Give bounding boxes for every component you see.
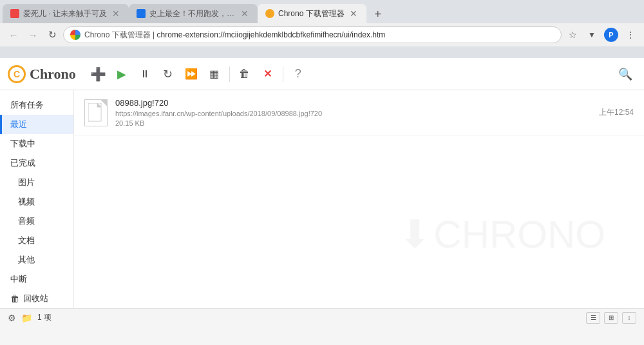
pause-button[interactable]: ⏸ xyxy=(134,63,156,85)
toolbar-separator-2 xyxy=(283,66,283,82)
sidebar-item-docs[interactable]: 文档 xyxy=(0,231,73,250)
extension-2-icon[interactable]: P xyxy=(603,26,620,43)
status-bar-right: ☰ ⊞ ↕ xyxy=(586,312,636,324)
profile-avatar: P xyxy=(604,28,618,42)
file-time: 上午12:54 xyxy=(599,107,634,118)
tab-3-title: Chrono 下载管理器 xyxy=(278,8,345,19)
app-logo: C Chrono xyxy=(8,65,76,83)
chrono-logo-icon: C xyxy=(8,65,26,83)
file-size: 20.15 KB xyxy=(115,119,586,127)
address-text: Chrono 下载管理器 | chrome-extension://mciiog… xyxy=(84,30,385,41)
search-icon[interactable]: 🔍 xyxy=(614,63,636,85)
browser-chrome: 爱死儿 · 让未来触手可及 ✕ 史上最全！不用跑发，这里总结... ✕ Chro… xyxy=(0,0,644,58)
back-button[interactable]: ← xyxy=(5,26,22,43)
tab-1-title: 爱死儿 · 让未来触手可及 xyxy=(23,8,107,19)
sidebar-item-images[interactable]: 图片 xyxy=(0,173,73,192)
main-area: 所有任务 最近 下载中 已完成 图片 视频 音频 文档 其他 中断 🗑 回收站 xyxy=(0,90,644,308)
detail-view-button[interactable]: ↕ xyxy=(622,312,636,324)
resume-button[interactable]: ▶ xyxy=(111,63,133,85)
delete-all-button[interactable]: ✕ xyxy=(257,63,279,85)
sidebar-item-trash-label: 回收站 xyxy=(23,293,48,304)
nav-right-icons: ☆ ▼ P ⋮ xyxy=(564,26,639,43)
tab-1-close[interactable]: ✕ xyxy=(111,8,121,19)
add-download-button[interactable]: ➕ xyxy=(88,63,109,85)
sidebar-item-all[interactable]: 所有任务 xyxy=(0,95,73,115)
tab-bar: 爱死儿 · 让未来触手可及 ✕ 史上最全！不用跑发，这里总结... ✕ Chro… xyxy=(0,0,644,23)
sidebar: 所有任务 最近 下载中 已完成 图片 视频 音频 文档 其他 中断 🗑 回收站 xyxy=(0,90,74,308)
sidebar-item-downloading[interactable]: 下载中 xyxy=(0,134,73,153)
tab-3-close[interactable]: ✕ xyxy=(348,8,359,19)
file-url: https://images.ifanr.cn/wp-content/uploa… xyxy=(115,110,566,117)
tab-3[interactable]: Chrono 下载管理器 ✕ xyxy=(258,4,366,23)
sidebar-item-trash[interactable]: 🗑 回收站 xyxy=(0,289,73,308)
delete-button[interactable]: 🗑 xyxy=(234,63,256,85)
items-count: 1 项 xyxy=(37,312,52,323)
toolbar-separator-1 xyxy=(229,66,230,82)
address-url: chrome-extension://mciiogijehkdemklbdcbf… xyxy=(156,30,385,39)
new-tab-button[interactable]: + xyxy=(369,5,387,23)
page-favicon xyxy=(70,30,80,40)
tab-2[interactable]: 史上最全！不用跑发，这里总结... ✕ xyxy=(129,4,258,23)
list-view-button[interactable]: ☰ xyxy=(586,312,600,324)
sidebar-item-paused[interactable]: 中断 xyxy=(0,270,73,289)
file-name: 08988.jpg!720 xyxy=(115,98,586,108)
status-bar: ⚙ 📁 1 项 ☰ ⊞ ↕ xyxy=(0,308,644,326)
file-icon xyxy=(84,99,108,126)
file-svg xyxy=(88,103,104,123)
table-row[interactable]: 08988.jpg!720 https://images.ifanr.cn/wp… xyxy=(74,90,644,135)
forward-button[interactable]: → xyxy=(24,26,41,43)
address-bar[interactable]: Chrono 下载管理器 | chrome-extension://mciiog… xyxy=(63,26,562,43)
tab-1[interactable]: 爱死儿 · 让未来触手可及 ✕ xyxy=(3,4,129,23)
file-info: 08988.jpg!720 https://images.ifanr.cn/wp… xyxy=(115,98,586,127)
sidebar-item-completed[interactable]: 已完成 xyxy=(0,153,73,173)
toolbar: C Chrono ➕ ▶ ⏸ ↻ ⏩ ▦ 🗑 ✕ ? 🔍 xyxy=(0,58,644,90)
sidebar-item-other[interactable]: 其他 xyxy=(0,250,73,270)
help-icon[interactable]: ? xyxy=(287,63,309,85)
start-all-button[interactable]: ⏩ xyxy=(180,63,202,85)
app-logo-text: Chrono xyxy=(30,66,76,83)
status-bar-left: ⚙ 📁 1 项 xyxy=(8,312,581,323)
grid-view-button[interactable]: ⊞ xyxy=(604,312,618,324)
watermark: ⬇ CHRONO xyxy=(399,212,605,257)
app-wrapper: C Chrono ➕ ▶ ⏸ ↻ ⏩ ▦ 🗑 ✕ ? 🔍 所有任务 最近 下载中… xyxy=(0,58,644,326)
tab-2-title: 史上最全！不用跑发，这里总结... xyxy=(149,8,236,19)
sniff-button[interactable]: ▦ xyxy=(204,63,225,85)
tab-3-favicon xyxy=(265,9,274,18)
sidebar-item-video[interactable]: 视频 xyxy=(0,192,73,212)
watermark-text: CHRONO xyxy=(433,212,605,257)
folder-icon[interactable]: 📁 xyxy=(21,313,32,323)
settings-icon[interactable]: ⚙ xyxy=(8,313,16,323)
retry-button[interactable]: ↻ xyxy=(157,63,179,85)
refresh-button[interactable]: ↻ xyxy=(44,26,61,43)
nav-bar: ← → ↻ Chrono 下载管理器 | chrome-extension://… xyxy=(0,23,644,46)
tab-1-favicon xyxy=(10,9,19,18)
content-area: 08988.jpg!720 https://images.ifanr.cn/wp… xyxy=(74,90,644,308)
tab-2-favicon xyxy=(137,9,146,18)
sidebar-item-audio[interactable]: 音频 xyxy=(0,212,73,231)
watermark-icon: ⬇ xyxy=(399,212,431,257)
menu-icon[interactable]: ⋮ xyxy=(622,26,639,43)
sidebar-item-recent[interactable]: 最近 xyxy=(0,115,73,134)
extension-1-icon[interactable]: ▼ xyxy=(583,26,600,43)
bookmark-icon[interactable]: ☆ xyxy=(564,26,581,43)
trash-icon: 🗑 xyxy=(10,293,19,304)
tab-2-close[interactable]: ✕ xyxy=(240,8,250,19)
address-prefix: Chrono 下载管理器 | xyxy=(84,30,156,39)
